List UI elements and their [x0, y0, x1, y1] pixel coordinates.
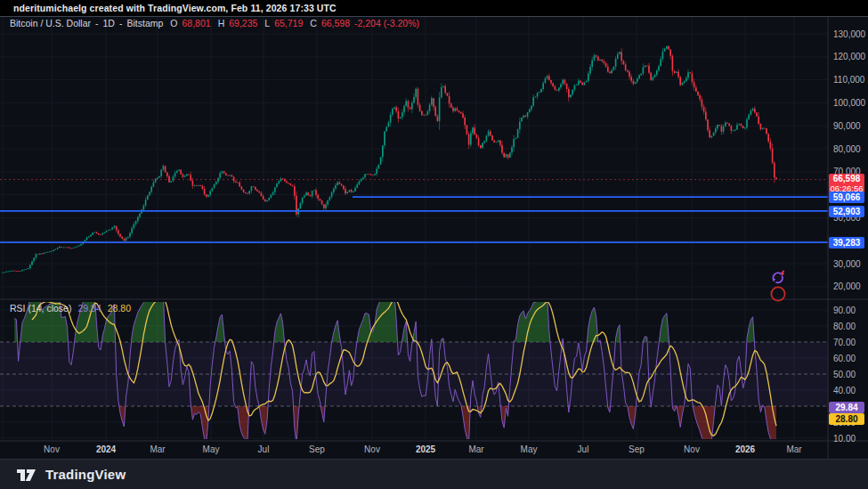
svg-text:Nov: Nov	[684, 444, 700, 454]
legend-separator: -	[119, 18, 123, 29]
open-value: 68,801	[183, 18, 211, 29]
attribution-text: nderitumichaelg created with TradingView…	[0, 3, 337, 13]
high-label: H	[218, 18, 225, 29]
close-label: C	[310, 18, 317, 29]
open-label: O	[170, 18, 177, 29]
svg-text:Jul: Jul	[258, 444, 270, 454]
svg-text:Mar: Mar	[786, 444, 802, 454]
rsi-ma-value: 28.80	[108, 303, 131, 314]
svg-text:May: May	[521, 444, 538, 454]
attribution-bar: nderitumichaelg created with TradingView…	[0, 0, 868, 17]
svg-text:Nov: Nov	[44, 444, 60, 454]
rsi-title[interactable]: RSI (14, close)	[10, 303, 71, 314]
legend-separator: -	[95, 18, 99, 29]
svg-text:Jul: Jul	[578, 444, 589, 454]
level-badge-52903: 52,903	[829, 206, 864, 217]
svg-text:2024: 2024	[96, 444, 117, 454]
time-axis-labels[interactable]: Nov2024MarMayJulSepNov2025MarMayJulSepNo…	[44, 444, 802, 454]
rsi-legend[interactable]: RSI (14, close) 29.84 28.80	[10, 303, 131, 314]
svg-text:Sep: Sep	[309, 444, 325, 454]
tradingview-chart-page: 130,000120,000110,000100,00090,00080,000…	[0, 0, 868, 489]
svg-text:Mar: Mar	[150, 444, 166, 454]
last-price-value: 66,598	[829, 174, 864, 183]
svg-text:100,000: 100,000	[833, 98, 866, 108]
svg-text:Mar: Mar	[468, 444, 484, 454]
horizontal-levels[interactable]	[0, 197, 828, 242]
svg-text:90.00: 90.00	[833, 306, 856, 315]
svg-text:80.00: 80.00	[833, 322, 856, 331]
svg-text:Sep: Sep	[629, 444, 645, 454]
low-label: L	[264, 18, 270, 29]
svg-text:30,000: 30,000	[833, 259, 861, 269]
svg-text:60.00: 60.00	[833, 354, 856, 363]
svg-text:50.00: 50.00	[833, 370, 856, 379]
svg-text:110,000: 110,000	[833, 75, 865, 85]
tradingview-brand[interactable]: TradingView	[45, 467, 126, 482]
last-price-badge: 66,598 06:26:56	[829, 174, 864, 193]
crypto-events-icon[interactable]	[771, 271, 785, 286]
svg-text:2026: 2026	[735, 444, 756, 454]
symbol-exchange: Bitstamp	[126, 18, 163, 29]
svg-text:90,000: 90,000	[833, 121, 861, 131]
rsi-value: 29.84	[77, 303, 101, 314]
svg-text:70.00: 70.00	[833, 338, 856, 347]
svg-text:130,000: 130,000	[833, 29, 866, 39]
svg-text:20,000: 20,000	[833, 281, 861, 291]
svg-text:10.00: 10.00	[833, 434, 856, 444]
symbol-title[interactable]: Bitcoin / U.S. Dollar	[10, 18, 91, 29]
tradingview-logo-icon[interactable]	[15, 464, 38, 485]
svg-text:80,000: 80,000	[833, 144, 861, 154]
symbol-legend[interactable]: Bitcoin / U.S. Dollar - 1D - Bitstamp O6…	[10, 18, 419, 29]
svg-text:May: May	[203, 444, 220, 454]
level-badge-59066: 59,066	[829, 192, 864, 203]
symbol-interval[interactable]: 1D	[103, 18, 115, 29]
close-value: 66,598	[321, 18, 350, 29]
level-badge-39283: 39,283	[829, 237, 864, 249]
change-value: -2,204 (-3.20%)	[354, 18, 419, 29]
svg-text:40.00: 40.00	[833, 386, 856, 395]
high-value: 69,235	[229, 18, 257, 29]
footer-bar: TradingView	[0, 459, 868, 489]
svg-text:2025: 2025	[416, 444, 436, 454]
low-value: 65,719	[274, 18, 303, 29]
svg-text:Nov: Nov	[364, 444, 380, 454]
rsi-ma-value-badge: 28.80	[829, 413, 864, 425]
chart-canvas[interactable]: 130,000120,000110,000100,00090,00080,000…	[0, 0, 868, 489]
svg-text:120,000: 120,000	[833, 52, 866, 61]
rsi-value-badge: 29.84	[829, 402, 864, 413]
